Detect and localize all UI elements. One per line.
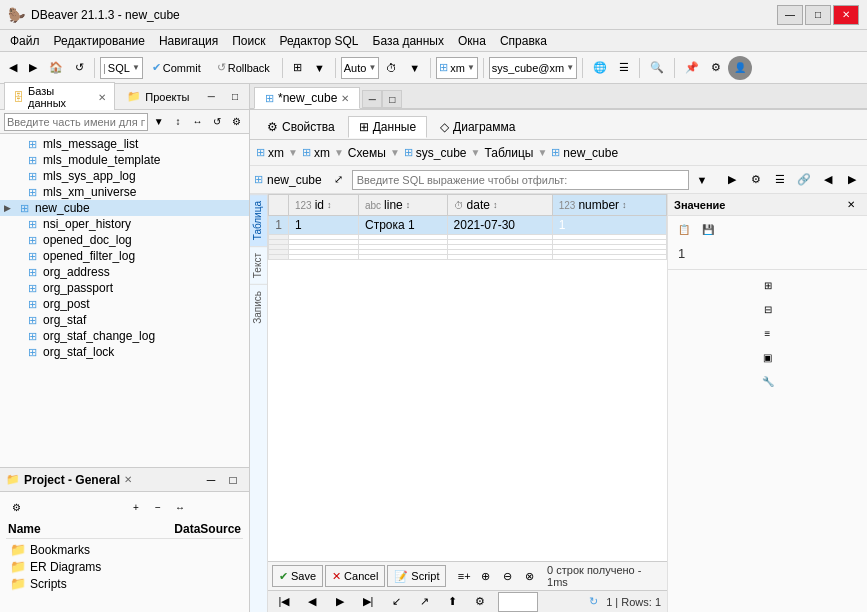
- databases-close[interactable]: ✕: [98, 92, 106, 103]
- bc-xm-2[interactable]: ⊞ xm: [302, 146, 330, 160]
- cell-line[interactable]: Строка 1: [358, 216, 447, 235]
- text-vert-tab[interactable]: Текст: [250, 246, 267, 284]
- bc-tables[interactable]: Таблицы: [484, 146, 533, 160]
- bc-xm-1[interactable]: ⊞ xm: [256, 146, 284, 160]
- xm-dropdown[interactable]: ⊞ xm ▼: [436, 57, 478, 79]
- tree-expand-button[interactable]: ↕: [169, 113, 186, 131]
- menu-edit[interactable]: Редактирование: [48, 32, 151, 50]
- tree-filter-button[interactable]: ▼: [150, 113, 167, 131]
- connection-dropdown[interactable]: sys_cube@xm ▼: [489, 57, 577, 79]
- tab-databases[interactable]: 🗄 Базы данных ✕: [4, 82, 115, 111]
- time-button[interactable]: ⏱: [381, 56, 402, 80]
- sql-dropdown[interactable]: | SQL ▼: [100, 57, 143, 79]
- menu-search[interactable]: Поиск: [226, 32, 271, 50]
- row-add-button[interactable]: ≡+: [454, 566, 474, 586]
- tab-maximize-button[interactable]: □: [382, 90, 402, 108]
- filter-settings-button[interactable]: ⚙: [745, 169, 767, 191]
- database-tree[interactable]: ⊞ mls_message_list ⊞ mls_module_template…: [0, 134, 249, 467]
- number-sort-icon[interactable]: ↕: [622, 200, 627, 210]
- tab-close-icon[interactable]: ✕: [341, 93, 349, 104]
- list-button[interactable]: ☰: [614, 56, 634, 80]
- tree-item-org-post[interactable]: ⊞ org_post: [0, 296, 249, 312]
- tree-collapse-button[interactable]: ↔: [189, 113, 206, 131]
- export-button[interactable]: ↙: [386, 592, 406, 612]
- nav-left-button[interactable]: ◀: [817, 169, 839, 191]
- table-scroll[interactable]: 123 id ↕ abc line: [268, 194, 667, 561]
- row-move-button[interactable]: ⊗: [519, 566, 539, 586]
- project-add-button[interactable]: +: [126, 498, 146, 516]
- auto-dropdown[interactable]: Auto ▼: [341, 57, 380, 79]
- value-save-button[interactable]: 💾: [698, 220, 718, 238]
- sql-filter-input[interactable]: [352, 170, 689, 190]
- nav-right-button[interactable]: ▶: [841, 169, 863, 191]
- next-page-button[interactable]: ▶: [330, 592, 350, 612]
- line-sort-icon[interactable]: ↕: [406, 200, 411, 210]
- menu-sql-editor[interactable]: Редактор SQL: [273, 32, 364, 50]
- tree-item-mls-xm-universe[interactable]: ⊞ mls_xm_universe: [0, 184, 249, 200]
- last-page-button[interactable]: ▶|: [358, 592, 378, 612]
- back-button[interactable]: ◀: [4, 56, 22, 80]
- upload-button[interactable]: ⬆: [442, 592, 462, 612]
- tree-search-input[interactable]: [4, 113, 148, 131]
- sub-tab-properties[interactable]: ⚙ Свойства: [256, 116, 346, 138]
- menu-windows[interactable]: Окна: [452, 32, 492, 50]
- rollback-button[interactable]: ↺ Rollback: [210, 56, 277, 80]
- tree-item-org-passport[interactable]: ⊞ org_passport: [0, 280, 249, 296]
- panel-minimize-button[interactable]: ─: [201, 88, 221, 106]
- home-button[interactable]: 🏠: [44, 56, 68, 80]
- tree-item-org-staf-lock[interactable]: ⊞ org_staf_lock: [0, 344, 249, 360]
- filter-link-button[interactable]: 🔗: [793, 169, 815, 191]
- col-header-date[interactable]: ⏱ date ↕: [447, 195, 552, 216]
- project-gear-button[interactable]: ⚙: [6, 498, 26, 516]
- right-btn-5[interactable]: 🔧: [757, 370, 779, 392]
- tree-item-new-cube[interactable]: ▶ ⊞ new_cube: [0, 200, 249, 216]
- tree-item-org-staf-change-log[interactable]: ⊞ org_staf_change_log: [0, 328, 249, 344]
- tree-item-nsi-oper-history[interactable]: ⊞ nsi_oper_history: [0, 216, 249, 232]
- tab-new-cube[interactable]: ⊞ *new_cube ✕: [254, 87, 360, 109]
- network-button[interactable]: 🌐: [588, 56, 612, 80]
- record-vert-tab[interactable]: Запись: [250, 284, 267, 330]
- script-button[interactable]: 📝 Script: [387, 565, 446, 587]
- table-expand-button[interactable]: ⤢: [328, 169, 350, 191]
- format-dropdown[interactable]: ▼: [309, 56, 330, 80]
- tree-item-opened-doc-log[interactable]: ⊞ opened_doc_log: [0, 232, 249, 248]
- first-page-button[interactable]: |◀: [274, 592, 294, 612]
- menu-navigate[interactable]: Навигация: [153, 32, 224, 50]
- maximize-button[interactable]: □: [805, 5, 831, 25]
- cell-date[interactable]: 2021-07-30: [447, 216, 552, 235]
- right-btn-2[interactable]: ⊟: [757, 298, 779, 320]
- save-button[interactable]: ✔ Save: [272, 565, 323, 587]
- user-avatar[interactable]: 👤: [728, 56, 752, 80]
- bc-schemas[interactable]: Схемы: [348, 146, 386, 160]
- col-header-number[interactable]: 123 number ↕: [552, 195, 666, 216]
- cancel-button[interactable]: ✕ Cancel: [325, 565, 385, 587]
- cell-id[interactable]: 1: [289, 216, 359, 235]
- menu-help[interactable]: Справка: [494, 32, 553, 50]
- filter-columns-button[interactable]: ☰: [769, 169, 791, 191]
- row-copy-button[interactable]: ⊕: [476, 566, 496, 586]
- sub-tab-diagram[interactable]: ◇ Диаграмма: [429, 116, 526, 138]
- col-header-line[interactable]: abc line ↕: [358, 195, 447, 216]
- project-item-er-diagrams[interactable]: 📁 ER Diagrams: [6, 558, 243, 575]
- filter-dropdown-button[interactable]: ▼: [691, 169, 713, 191]
- tree-item-org-address[interactable]: ⊞ org_address: [0, 264, 249, 280]
- close-button[interactable]: ✕: [833, 5, 859, 25]
- project-arrow-button[interactable]: ↔: [170, 498, 190, 516]
- right-btn-3[interactable]: ≡: [757, 322, 779, 344]
- date-sort-icon[interactable]: ↕: [493, 200, 498, 210]
- time-dropdown[interactable]: ▼: [404, 56, 425, 80]
- row-delete-button[interactable]: ⊖: [498, 566, 518, 586]
- tree-refresh-button[interactable]: ↺: [208, 113, 225, 131]
- project-expand-button[interactable]: □: [223, 471, 243, 489]
- tree-item-opened-filter-log[interactable]: ⊞ opened_filter_log: [0, 248, 249, 264]
- table-vert-tab[interactable]: Таблица: [250, 194, 267, 246]
- right-btn-1[interactable]: ⊞: [757, 274, 779, 296]
- import-button[interactable]: ↗: [414, 592, 434, 612]
- id-sort-icon[interactable]: ↕: [327, 200, 332, 210]
- tree-item-mls-sys-app-log[interactable]: ⊞ mls_sys_app_log: [0, 168, 249, 184]
- value-copy-button[interactable]: 📋: [674, 220, 694, 238]
- panel-maximize-button[interactable]: □: [225, 88, 245, 106]
- minimize-button[interactable]: —: [777, 5, 803, 25]
- sub-tab-data[interactable]: ⊞ Данные: [348, 116, 427, 138]
- value-panel-close[interactable]: ✕: [841, 196, 861, 214]
